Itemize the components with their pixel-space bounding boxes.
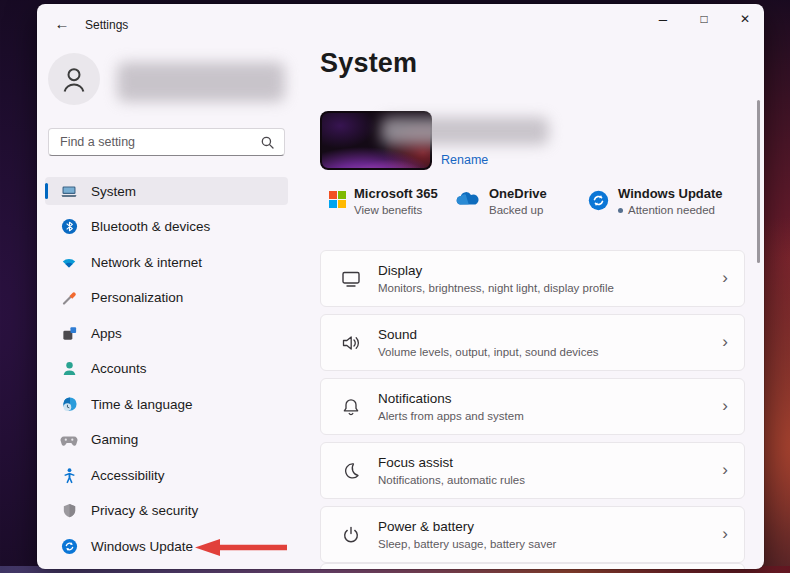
card-notifications[interactable]: Notifications Alerts from apps and syste…: [320, 378, 745, 435]
sidebar-item-label: Gaming: [91, 432, 138, 447]
sidebar-item-label: Windows Update: [91, 539, 193, 554]
clock-globe-icon: [60, 395, 78, 413]
card-title: Display: [378, 263, 422, 278]
sidebar-item-gaming[interactable]: Gaming: [45, 426, 288, 454]
sidebar-item-label: Apps: [91, 326, 122, 341]
sidebar-item-label: Accessibility: [91, 468, 165, 483]
minimize-button[interactable]: –: [642, 4, 684, 34]
person-icon: [60, 360, 78, 378]
window-title: Settings: [85, 18, 128, 32]
onedrive-cloud-icon: [453, 190, 489, 216]
sidebar-item-label: Network & internet: [91, 255, 202, 270]
status-title: OneDrive: [489, 186, 547, 201]
status-title: Microsoft 365: [354, 186, 438, 201]
card-title: Notifications: [378, 391, 452, 406]
sidebar-item-personalization[interactable]: Personalization: [45, 284, 288, 312]
moon-icon: [340, 460, 362, 486]
accessibility-icon: [60, 466, 78, 484]
chevron-right-icon: ›: [722, 524, 728, 544]
sidebar-item-accessibility[interactable]: Accessibility: [45, 461, 288, 489]
sidebar-item-time-language[interactable]: Time & language: [45, 390, 288, 418]
power-icon: [340, 524, 362, 550]
sidebar-item-label: Personalization: [91, 290, 183, 305]
status-subtitle: View benefits: [354, 204, 438, 216]
display-icon: [340, 268, 362, 294]
card-subtitle: Volume levels, output, input, sound devi…: [378, 346, 599, 358]
card-subtitle: Sleep, battery usage, battery saver: [378, 538, 556, 550]
card-sound[interactable]: Sound Volume levels, output, input, soun…: [320, 314, 745, 371]
selected-accent-bar: [45, 183, 48, 199]
apps-grid-icon: [60, 324, 78, 342]
status-microsoft-365[interactable]: Microsoft 365 View benefits: [328, 186, 438, 216]
card-focus-assist[interactable]: Focus assist Notifications, automatic ru…: [320, 442, 745, 499]
status-onedrive[interactable]: OneDrive Backed up: [453, 186, 547, 216]
chevron-right-icon: ›: [722, 396, 728, 416]
bell-icon: [340, 396, 362, 422]
laptop-icon: [60, 182, 78, 200]
page-title: System: [320, 48, 417, 79]
search-box: [48, 128, 285, 156]
sidebar-item-bluetooth-devices[interactable]: Bluetooth & devices: [45, 213, 288, 241]
status-windows-update[interactable]: Windows Update Attention needed: [588, 186, 723, 216]
sidebar-item-label: System: [91, 184, 136, 199]
card-title: Power & battery: [378, 519, 474, 534]
status-subtitle: Backed up: [489, 204, 547, 216]
speaker-icon: [340, 332, 362, 358]
sidebar-item-label: Time & language: [91, 397, 193, 412]
status-subtitle: Attention needed: [628, 204, 715, 216]
chevron-right-icon: ›: [722, 332, 728, 352]
card-subtitle: Alerts from apps and system: [378, 410, 524, 422]
user-name-redacted: [117, 62, 285, 102]
card-subtitle: Monitors, brightness, night light, displ…: [378, 282, 614, 294]
card-power-battery[interactable]: Power & battery Sleep, battery usage, ba…: [320, 506, 745, 563]
controller-icon: [60, 431, 78, 449]
card-title: Sound: [378, 327, 417, 342]
close-button[interactable]: ✕: [724, 4, 764, 34]
settings-window: ← Settings – □ ✕ System Bluetooth: [37, 4, 764, 569]
sidebar-item-privacy-security[interactable]: Privacy & security: [45, 497, 288, 525]
microsoft-logo-icon: [328, 190, 354, 216]
shield-icon: [60, 502, 78, 520]
sidebar-item-system[interactable]: System: [45, 177, 288, 205]
scrollbar[interactable]: [757, 100, 760, 263]
card-title: Focus assist: [378, 455, 453, 470]
red-arrow-annotation: [193, 537, 293, 558]
chevron-right-icon: ›: [722, 268, 728, 288]
search-input[interactable]: [49, 129, 284, 155]
sidebar-item-label: Privacy & security: [91, 503, 198, 518]
card-display[interactable]: Display Monitors, brightness, night ligh…: [320, 250, 745, 307]
sidebar-nav: System Bluetooth & devices Network & int…: [45, 177, 288, 568]
brush-icon: [60, 289, 78, 307]
user-avatar[interactable]: [48, 53, 100, 105]
windows-update-icon: [588, 190, 618, 216]
device-name-redacted: [381, 117, 549, 145]
bluetooth-icon: [60, 218, 78, 236]
chevron-right-icon: ›: [722, 460, 728, 480]
sidebar-item-label: Accounts: [91, 361, 147, 376]
search-icon[interactable]: [260, 135, 275, 150]
status-row: Microsoft 365 View benefits OneDrive Bac…: [320, 186, 745, 226]
next-card-partial[interactable]: [320, 563, 745, 569]
rename-link[interactable]: Rename: [441, 153, 488, 167]
sidebar-item-label: Bluetooth & devices: [91, 219, 210, 234]
card-subtitle: Notifications, automatic rules: [378, 474, 525, 486]
wifi-icon: [60, 253, 78, 271]
maximize-button[interactable]: □: [683, 4, 725, 34]
status-title: Windows Update: [618, 186, 723, 201]
sidebar-item-apps[interactable]: Apps: [45, 319, 288, 347]
back-button[interactable]: ←: [49, 12, 75, 36]
person-silhouette-icon: [59, 64, 89, 94]
attention-dot: [618, 208, 623, 213]
sidebar-item-network-internet[interactable]: Network & internet: [45, 248, 288, 276]
sidebar-item-accounts[interactable]: Accounts: [45, 355, 288, 383]
sync-icon: [60, 537, 78, 555]
settings-card-list: Display Monitors, brightness, night ligh…: [320, 250, 745, 569]
